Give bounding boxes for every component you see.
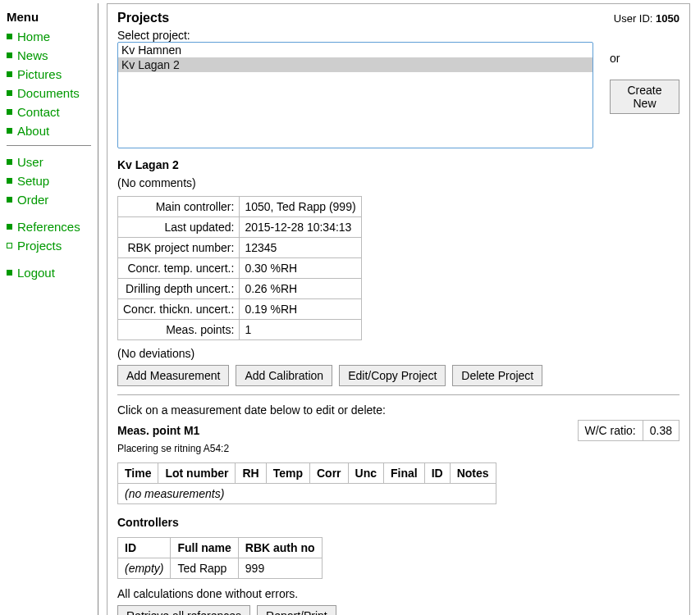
sidebar-item-label: Logout (17, 266, 55, 280)
meas-point-title: Meas. point M1 (117, 424, 199, 437)
sidebar-item-about[interactable]: About (7, 121, 91, 140)
controllers-title: Controllers (117, 516, 679, 529)
detail-label: Last updated: (118, 217, 240, 238)
sidebar-item-label: User (17, 155, 43, 169)
detail-value: 1 (240, 320, 361, 340)
project-name: Kv Lagan 2 (117, 158, 679, 171)
bullet-icon (7, 159, 12, 165)
column-header: Corr (309, 463, 348, 484)
wc-ratio-value: 0.38 (643, 421, 679, 440)
detail-label: Meas. points: (118, 320, 240, 340)
sidebar-item-label: Pictures (17, 67, 62, 81)
click-date-instruction: Click on a measurement date below to edi… (117, 403, 679, 417)
sidebar-item-label: About (17, 124, 49, 138)
detail-value: 0.30 %RH (240, 258, 361, 279)
main-panel: Projects User ID: 1050 Select project: K… (107, 3, 690, 615)
detail-row: Meas. points:1 (118, 320, 362, 340)
controller-name: Ted Rapp (171, 558, 238, 579)
column-header: Time (118, 463, 158, 484)
column-header: Final (384, 463, 425, 484)
divider (7, 145, 91, 146)
sidebar-item-contact[interactable]: Contact (7, 102, 91, 121)
add-measurement-button[interactable]: Add Measurement (117, 365, 229, 386)
bullet-icon (7, 109, 12, 115)
column-header: RBK auth no (238, 538, 322, 558)
bullet-icon (7, 243, 12, 248)
sidebar-item-projects[interactable]: Projects (7, 236, 91, 255)
detail-label: Main controller: (118, 197, 240, 217)
bullet-icon (7, 71, 12, 77)
column-header: Notes (450, 463, 496, 484)
sidebar-item-order[interactable]: Order (7, 190, 91, 209)
measurements-table: TimeLot numberRHTempCorrUncFinalIDNotes(… (117, 462, 496, 504)
column-header: ID (118, 538, 171, 558)
retrieve-references-button[interactable]: Retrieve all references (117, 605, 250, 615)
meas-point-subtitle: Placering se ritning A54:2 (117, 443, 679, 454)
detail-row: Last updated:2015-12-28 10:34:13 (118, 217, 362, 238)
sidebar-item-label: Setup (17, 174, 49, 188)
bullet-icon (7, 90, 12, 96)
sidebar-item-label: Home (17, 30, 50, 43)
sidebar-item-label: Order (17, 193, 48, 207)
detail-row: RBK project number:12345 (118, 238, 362, 258)
deviations-text: (No deviations) (117, 347, 679, 360)
bullet-icon (7, 128, 12, 134)
sidebar-item-label: Projects (17, 239, 62, 253)
table-row: (empty)Ted Rapp999 (118, 558, 323, 579)
no-measurements-text: (no measurements) (118, 484, 496, 504)
create-new-button[interactable]: Create New (610, 80, 679, 114)
delete-project-button[interactable]: Delete Project (452, 365, 542, 386)
column-header: RH (236, 463, 266, 484)
detail-row: Main controller:1050, Ted Rapp (999) (118, 197, 362, 217)
bullet-icon (7, 52, 12, 58)
detail-label: RBK project number: (118, 238, 240, 258)
sidebar-item-label: References (17, 220, 80, 234)
sidebar: Menu HomeNewsPicturesDocumentsContactAbo… (0, 3, 98, 615)
bullet-icon (7, 270, 12, 276)
detail-value: 0.19 %RH (240, 299, 361, 320)
detail-value: 1050, Ted Rapp (999) (240, 197, 361, 217)
menu-title: Menu (7, 10, 91, 24)
divider (117, 394, 679, 395)
bullet-icon (7, 197, 12, 203)
project-select[interactable]: Kv HamnenKv Lagan 2 (117, 42, 593, 148)
detail-label: Drilling depth uncert.: (118, 279, 240, 299)
wc-ratio-box: W/C ratio: 0.38 (578, 420, 679, 441)
sidebar-item-label: Contact (17, 105, 60, 119)
sidebar-item-documents[interactable]: Documents (7, 84, 91, 102)
sidebar-item-pictures[interactable]: Pictures (7, 65, 91, 84)
bullet-icon (7, 178, 12, 184)
column-header: ID (424, 463, 450, 484)
sidebar-item-user[interactable]: User (7, 153, 91, 171)
sidebar-item-label: News (17, 48, 48, 62)
sidebar-item-label: Documents (17, 86, 80, 100)
user-id: User ID: 1050 (614, 12, 679, 25)
select-project-label: Select project: (117, 29, 593, 42)
or-label: or (610, 52, 679, 65)
sidebar-item-logout[interactable]: Logout (7, 263, 91, 282)
detail-value: 12345 (240, 238, 361, 258)
edit-copy-project-button[interactable]: Edit/Copy Project (339, 365, 446, 386)
detail-row: Drilling depth uncert.:0.26 %RH (118, 279, 362, 299)
wc-ratio-label: W/C ratio: (579, 421, 643, 440)
project-details-table: Main controller:1050, Ted Rapp (999)Last… (117, 196, 362, 340)
sidebar-item-setup[interactable]: Setup (7, 171, 91, 190)
report-print-button[interactable]: Report/Print (257, 605, 336, 615)
controller-auth: 999 (238, 558, 322, 579)
page-title: Projects (117, 11, 169, 25)
detail-label: Concr. temp. uncert.: (118, 258, 240, 279)
column-header: Unc (348, 463, 383, 484)
detail-value: 2015-12-28 10:34:13 (240, 217, 361, 238)
column-header: Lot number (158, 463, 236, 484)
sidebar-item-home[interactable]: Home (7, 27, 91, 46)
detail-row: Concr. thickn. uncert.:0.19 %RH (118, 299, 362, 320)
add-calibration-button[interactable]: Add Calibration (236, 365, 332, 386)
controller-id: (empty) (118, 558, 171, 579)
sidebar-item-news[interactable]: News (7, 46, 91, 65)
detail-row: Concr. temp. uncert.:0.30 %RH (118, 258, 362, 279)
calc-message: All calculations done without errors. (117, 587, 679, 600)
bullet-icon (7, 34, 12, 39)
column-header: Full name (171, 538, 238, 558)
sidebar-item-references[interactable]: References (7, 217, 91, 236)
bullet-icon (7, 224, 12, 230)
